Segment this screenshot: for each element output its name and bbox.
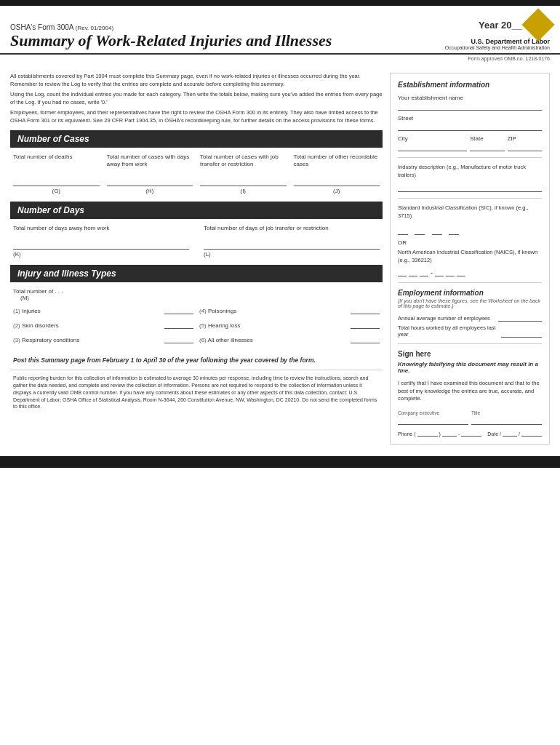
employ-title: Employment information bbox=[398, 289, 542, 297]
sign-title-input[interactable] bbox=[471, 416, 542, 425]
divider-2 bbox=[398, 198, 542, 199]
industry-field: Industry description (e.g., Manufacture … bbox=[398, 164, 542, 192]
sign-phone-area[interactable] bbox=[417, 428, 438, 437]
injury-item-3: (3) Respiratory conditions bbox=[13, 333, 193, 343]
number-of-cases-section: Number of Cases Total number of deaths T… bbox=[10, 130, 383, 194]
sign-phone-prefix[interactable] bbox=[442, 428, 457, 437]
sic-field: Standard Industrial Classification (SIC)… bbox=[398, 204, 542, 235]
intro-para3: Employees, former employees, and their r… bbox=[10, 109, 383, 124]
days-lines bbox=[10, 238, 383, 250]
injury-section-header: Injury and Illness Types bbox=[10, 265, 383, 282]
divider-1 bbox=[398, 157, 542, 158]
injury-left-col: (1) Injuries (2) Skin disorders (3) Resp… bbox=[13, 304, 193, 348]
sign-warning: Knowingly falsifying this document may r… bbox=[398, 361, 542, 374]
year-badge: Year 20__ bbox=[479, 20, 522, 31]
divider-3 bbox=[398, 282, 542, 283]
sign-exec-field: Company executive bbox=[398, 410, 468, 425]
intro-para1: All establishments covered by Part 1904 … bbox=[10, 73, 383, 88]
injury-item-1: (1) Injuries bbox=[13, 304, 193, 314]
sic-dashes bbox=[398, 224, 542, 235]
number-of-days-section: Number of Days Total number of days away… bbox=[10, 202, 383, 258]
injury-label-5: (5) Hearing loss bbox=[199, 322, 351, 329]
injury-label-3: (3) Respiratory conditions bbox=[13, 337, 164, 343]
header-area: OSHA's Form 300A (Rev. 01/2004) Summary … bbox=[0, 6, 560, 55]
right-column: Establishment information Your establish… bbox=[390, 73, 550, 445]
omb-number: Form approved OMB no. 1218-0176 bbox=[0, 56, 560, 61]
estab-city-label: City bbox=[398, 135, 467, 142]
estab-street-field: Street bbox=[398, 115, 542, 131]
injury-label-2: (2) Skin disorders bbox=[13, 322, 164, 329]
year-label: Year 20__ bbox=[479, 20, 522, 31]
cases-code-h: (H) bbox=[107, 188, 193, 194]
estab-state-input[interactable] bbox=[470, 143, 505, 151]
osha-form-page: OSHA's Form 300A (Rev. 01/2004) Summary … bbox=[0, 0, 560, 745]
estab-city-row: City State ZIP bbox=[398, 135, 542, 151]
sign-here-section: Sign here Knowingly falsifying this docu… bbox=[398, 350, 542, 437]
industry-label: Industry description (e.g., Manufacture … bbox=[398, 164, 542, 179]
sign-phone-part: Phone ( ) - bbox=[398, 428, 481, 437]
estab-street-label: Street bbox=[398, 115, 542, 121]
injury-code-m: (M) bbox=[20, 295, 29, 301]
avg-employees-label: Annual average number of employees bbox=[398, 315, 490, 322]
form-rev: (Rev. 01/2004) bbox=[76, 25, 113, 31]
employ-sub: (If you don't have these figures, see th… bbox=[398, 298, 542, 308]
naics-label: North American Industrial Classification… bbox=[398, 249, 542, 264]
days-columns: Total number of days away from work Tota… bbox=[10, 225, 383, 232]
cases-input-g[interactable] bbox=[13, 175, 100, 186]
sign-phone-date-row: Phone ( ) - Date / / bbox=[398, 428, 542, 437]
estab-title: Establishment information bbox=[398, 81, 542, 89]
sign-date-year[interactable] bbox=[521, 428, 542, 437]
dept-sub: Occupational Safety and Health Administr… bbox=[445, 45, 550, 50]
injury-illness-section: Injury and Illness Types Total number of… bbox=[10, 265, 383, 348]
cases-input-j[interactable] bbox=[294, 175, 380, 186]
days-codes: (K) (L) bbox=[10, 251, 383, 258]
cases-code-j: (J) bbox=[294, 188, 380, 194]
header-right: Year 20__ U.S. Department of Labor Occup… bbox=[445, 13, 550, 50]
cases-col-days: Total number of cases with days away fro… bbox=[107, 154, 193, 169]
cases-input-i[interactable] bbox=[200, 175, 287, 186]
estab-name-input[interactable] bbox=[398, 102, 542, 111]
cases-section-header: Number of Cases bbox=[10, 130, 383, 148]
cases-input-h[interactable] bbox=[107, 175, 193, 186]
form-id: OSHA's Form 300A bbox=[10, 23, 73, 31]
injury-right-col: (4) Poisonings (5) Hearing loss (6) All … bbox=[199, 304, 380, 348]
injury-input-3[interactable] bbox=[164, 333, 193, 343]
cases-lines bbox=[10, 175, 383, 186]
days-col-transfer: Total number of days of job transfer or … bbox=[204, 225, 380, 232]
cases-col-other: Total number of other recordable cases bbox=[294, 154, 380, 169]
bottom-notice: Public reporting burden for this collect… bbox=[10, 370, 383, 410]
dept-info: U.S. Department of Labor Occupational Sa… bbox=[445, 38, 550, 50]
injury-input-4[interactable] bbox=[351, 304, 380, 314]
cases-code-i: (I) bbox=[200, 188, 287, 194]
injury-grid: (1) Injuries (2) Skin disorders (3) Resp… bbox=[10, 304, 383, 348]
days-code-l: (L) bbox=[204, 251, 380, 258]
injury-item-5: (5) Hearing loss bbox=[199, 319, 380, 329]
header-left: OSHA's Form 300A (Rev. 01/2004) Summary … bbox=[10, 23, 332, 50]
injury-input-2[interactable] bbox=[164, 319, 193, 329]
avg-employees-input[interactable] bbox=[498, 313, 542, 322]
employment-info: Employment information (If you don't hav… bbox=[398, 289, 542, 338]
estab-street-input[interactable] bbox=[398, 122, 542, 131]
sign-exec-input[interactable] bbox=[398, 416, 468, 425]
form-name: OSHA's Form 300A (Rev. 01/2004) bbox=[10, 23, 332, 31]
post-notice: Post this Summary page from February 1 t… bbox=[10, 356, 383, 364]
form-title: Summary of Work-Related Injuries and Ill… bbox=[10, 31, 332, 50]
injury-input-1[interactable] bbox=[164, 304, 193, 314]
injury-input-6[interactable] bbox=[351, 333, 380, 343]
total-hours-input[interactable] bbox=[501, 329, 542, 338]
intro-text: All establishments covered by Part 1904 … bbox=[10, 73, 383, 124]
days-input-k[interactable] bbox=[13, 238, 189, 250]
sign-date-month[interactable] bbox=[503, 428, 517, 437]
days-section-header: Number of Days bbox=[10, 202, 383, 219]
total-hours-row: Total hours worked by all employees last… bbox=[398, 324, 542, 338]
naics-dashes: - bbox=[398, 268, 542, 276]
sign-title: Sign here bbox=[398, 350, 542, 358]
estab-city-input[interactable] bbox=[398, 143, 467, 151]
sign-phone-number[interactable] bbox=[461, 428, 481, 437]
injury-input-5[interactable] bbox=[351, 319, 380, 329]
estab-zip-input[interactable] bbox=[508, 143, 543, 151]
main-content: All establishments covered by Part 1904 … bbox=[0, 64, 560, 450]
days-input-l[interactable] bbox=[204, 238, 380, 250]
sign-certify-text: I certify that I have examined this docu… bbox=[398, 380, 542, 403]
industry-input[interactable] bbox=[398, 183, 542, 192]
